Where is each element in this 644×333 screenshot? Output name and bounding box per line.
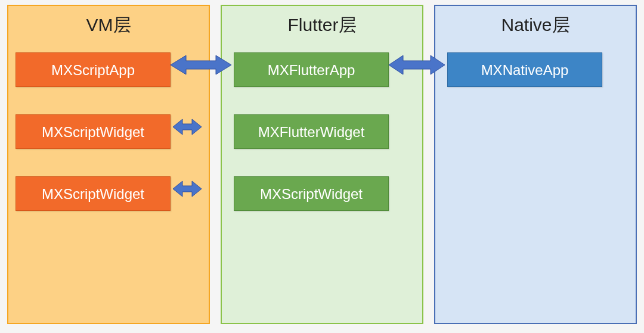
box-mxnativeapp: MXNativeApp [447, 52, 602, 87]
bidir-arrow-icon [389, 54, 445, 76]
column-vm-title: VM层 [8, 13, 209, 38]
box-mxscriptapp: MXScriptApp [16, 52, 171, 87]
bidir-arrow-icon [173, 118, 202, 136]
box-mxscriptwidget-1: MXScriptWidget [16, 114, 171, 149]
architecture-diagram: VM层 MXScriptApp MXScriptWidget MXScriptW… [0, 0, 644, 333]
column-flutter: Flutter层 MXFlutterApp MXFlutterWidget MX… [221, 5, 423, 324]
box-mxscriptwidget-3: MXScriptWidget [234, 176, 389, 211]
bidir-arrow-icon [171, 54, 231, 76]
box-mxscriptwidget-2: MXScriptWidget [16, 176, 171, 211]
svg-marker-2 [173, 119, 202, 135]
svg-marker-0 [171, 55, 231, 74]
box-mxflutterapp: MXFlutterApp [234, 52, 389, 87]
column-vm: VM层 MXScriptApp MXScriptWidget MXScriptW… [7, 5, 210, 324]
svg-marker-3 [173, 181, 202, 197]
box-mxflutterwidget: MXFlutterWidget [234, 114, 389, 149]
column-native-title: Native层 [435, 13, 636, 38]
svg-marker-1 [389, 55, 445, 74]
column-native: Native层 MXNativeApp [434, 5, 637, 324]
bidir-arrow-icon [173, 180, 202, 198]
column-flutter-title: Flutter层 [222, 13, 422, 38]
